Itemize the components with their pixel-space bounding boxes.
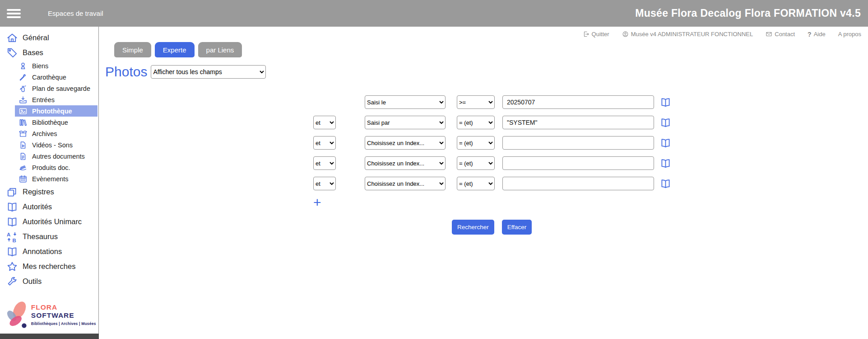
exit-icon xyxy=(583,31,589,38)
sidebar-item-autorites-unimarc[interactable]: Autorités Unimarc xyxy=(0,214,98,229)
open-book-icon xyxy=(659,178,672,189)
sidebar-item-mes-recherches[interactable]: Mes recherches xyxy=(0,259,98,274)
index-lookup-button[interactable] xyxy=(659,178,672,189)
sidebar-item-annotations[interactable]: Annotations xyxy=(0,244,98,259)
expert-search-form: Saisi le>=etSaisi par= (et)etChoisissez … xyxy=(99,95,868,190)
menu-icon[interactable] xyxy=(7,7,21,20)
sort-ab-icon: AB xyxy=(6,231,18,243)
bust-icon xyxy=(19,61,28,71)
inbox-down-icon xyxy=(19,95,28,104)
sidebar-item-label: Thesaurus xyxy=(23,232,58,241)
main-content: SimpleExpertepar Liens Photos Afficher t… xyxy=(99,42,868,339)
open-book-icon xyxy=(6,201,18,213)
sidebar-item-label: Plan de sauvegarde xyxy=(32,85,90,92)
add-criterion-button[interactable]: + xyxy=(313,197,324,208)
criterion-value-input[interactable] xyxy=(502,95,654,109)
index-field-select[interactable]: Choisissez un Index... xyxy=(365,136,446,150)
toolbar-a-propos-label: A propos xyxy=(838,31,861,38)
sidebar-item-autorites[interactable]: Autorités xyxy=(0,199,98,214)
toolbar-quitter[interactable]: Quitter xyxy=(583,31,609,38)
sidebar-item-carotheque[interactable]: Carothèque xyxy=(0,71,98,83)
sidebar-item-label: Archives xyxy=(32,130,57,137)
index-lookup-button[interactable] xyxy=(659,97,672,108)
sidebar-item-plan-de-sauvegarde[interactable]: Plan de sauvegarde xyxy=(0,83,98,94)
sidebar-item-label: Photothèque xyxy=(32,108,72,115)
open-book-icon xyxy=(6,246,18,258)
open-book-icon xyxy=(6,216,18,228)
form-actions: Rechercher Effacer xyxy=(452,220,868,235)
sidebar-item-phototheque[interactable]: Photothèque xyxy=(15,105,97,117)
sidebar-item-label: Bibliothèque xyxy=(32,119,68,126)
toolbar-a-propos[interactable]: A propos xyxy=(838,31,861,38)
toolbar-contact[interactable]: Contact xyxy=(766,31,795,38)
tab-experte[interactable]: Experte xyxy=(155,42,195,57)
criterion-row-2: etSaisi par= (et) xyxy=(313,116,868,129)
registers-icon xyxy=(6,186,18,198)
search-button[interactable]: Rechercher xyxy=(452,220,494,235)
sidebar-item-videos-sons[interactable]: Vidéos - Sons xyxy=(0,139,98,151)
sidebar-item-bibliotheque[interactable]: Bibliothèque xyxy=(0,117,98,128)
sidebar-item-bases[interactable]: Bases xyxy=(0,45,98,60)
sidebar-bottom-bar xyxy=(0,334,99,339)
criterion-value-input[interactable] xyxy=(502,177,654,190)
books-icon xyxy=(19,118,28,127)
clear-button[interactable]: Effacer xyxy=(502,220,532,235)
boolean-operator-select[interactable]: et xyxy=(313,136,336,150)
sidebar-item-thesaurus[interactable]: ABThesaurus xyxy=(0,229,98,244)
tag-icon xyxy=(6,47,18,59)
criterion-row-3: etChoisissez un Index...= (et) xyxy=(313,136,868,150)
sidebar-item-evenements[interactable]: Evènements xyxy=(0,173,98,184)
criterion-value-input[interactable] xyxy=(502,116,654,129)
file-video-icon xyxy=(19,141,28,150)
sidebar-item-general[interactable]: Général xyxy=(0,30,98,45)
papers-icon xyxy=(19,163,28,172)
sidebar-item-biens[interactable]: Biens xyxy=(0,60,98,71)
comparison-operator-select[interactable]: >= xyxy=(457,95,495,109)
index-field-select[interactable]: Choisissez un Index... xyxy=(365,156,446,170)
criterion-value-input[interactable] xyxy=(502,156,654,170)
toolbar-aide[interactable]: ?Aide xyxy=(808,31,826,38)
sidebar-item-archives[interactable]: Archives xyxy=(0,128,98,139)
logo-brand: FLORA SOFTWARE xyxy=(31,303,98,320)
sidebar-item-label: Registres xyxy=(23,188,54,196)
boolean-operator-select[interactable]: et xyxy=(313,156,336,170)
carrot-icon xyxy=(19,73,28,82)
tab-par-liens[interactable]: par Liens xyxy=(198,42,242,57)
app-header: Espaces de travail Musée Flora Decalog F… xyxy=(0,0,868,27)
file-doc-icon xyxy=(19,152,28,161)
extinguisher-icon xyxy=(19,84,28,93)
sidebar-item-entrees[interactable]: Entrées xyxy=(0,94,98,105)
image-icon xyxy=(19,107,28,116)
index-lookup-button[interactable] xyxy=(659,117,672,128)
index-lookup-button[interactable] xyxy=(659,137,672,149)
toolbar-user-account[interactable]: Musée v4 ADMINISTRATEUR FONCTIONNEL xyxy=(622,31,753,38)
tab-simple[interactable]: Simple xyxy=(114,42,151,57)
comparison-operator-select[interactable]: = (et) xyxy=(457,136,495,150)
boolean-operator-select[interactable]: et xyxy=(313,116,336,129)
sidebar-item-registres[interactable]: Registres xyxy=(0,184,98,199)
sidebar-item-label: Produits doc. xyxy=(32,164,70,171)
boolean-operator-select[interactable]: et xyxy=(313,177,336,190)
sidebar-item-label: Autorités Unimarc xyxy=(23,217,82,226)
index-lookup-button[interactable] xyxy=(659,158,672,169)
sidebar-item-autres-documents[interactable]: Autres documents xyxy=(0,151,98,162)
comparison-operator-select[interactable]: = (et) xyxy=(457,156,495,170)
workspace-label: Espaces de travail xyxy=(48,9,103,17)
criterion-row-4: etChoisissez un Index...= (et) xyxy=(313,156,868,170)
index-field-select[interactable]: Saisi par xyxy=(365,116,446,129)
fields-display-select[interactable]: Afficher tous les champs xyxy=(151,65,266,79)
svg-text:B: B xyxy=(13,237,16,242)
criterion-value-input[interactable] xyxy=(502,136,654,150)
sidebar-item-produits-doc[interactable]: Produits doc. xyxy=(0,162,98,173)
star-icon xyxy=(6,261,18,273)
sidebar-item-label: Autres documents xyxy=(32,153,85,160)
help-icon: ? xyxy=(808,31,812,38)
index-field-select[interactable]: Saisi le xyxy=(365,95,446,109)
sidebar-item-label: Annotations xyxy=(23,247,62,256)
comparison-operator-select[interactable]: = (et) xyxy=(457,116,495,129)
sidebar-item-label: Entrées xyxy=(32,96,55,104)
page-title: Photos xyxy=(105,64,147,80)
index-field-select[interactable]: Choisissez un Index... xyxy=(365,177,446,190)
comparison-operator-select[interactable]: = (et) xyxy=(457,177,495,190)
sidebar-item-outils[interactable]: Outils xyxy=(0,274,98,289)
